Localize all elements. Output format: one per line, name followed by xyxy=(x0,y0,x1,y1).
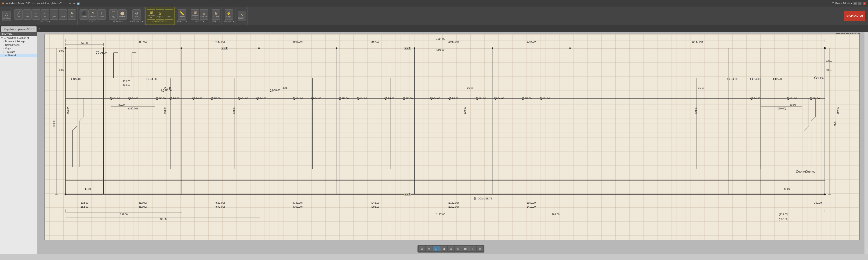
browser-label: BROWSER xyxy=(1,32,13,35)
axis-button[interactable]: | Axis xyxy=(165,9,173,20)
tree-sketches-label: Sketches xyxy=(6,51,15,53)
midplane-icon: ⊠ xyxy=(159,11,162,15)
tree-item-sketches[interactable]: ▼ Sketches xyxy=(0,50,37,54)
user-label[interactable]: Grace Admin ▾ xyxy=(835,2,852,5)
tree-item-sketch1[interactable]: ✏ Sketch1 xyxy=(0,54,37,57)
arc-label: Arc xyxy=(44,16,46,18)
insert-dxf-button[interactable]: ⊟ Insert DXF xyxy=(200,9,208,20)
point-label: Point xyxy=(61,16,65,18)
make-icon: 🖨 xyxy=(214,11,218,15)
offset-plane-button[interactable]: ⊟ Offset Plane xyxy=(147,9,155,20)
insert-buttons: ⊞ Insert SVG ⊟ Insert DXF xyxy=(191,9,208,20)
text-label: Text xyxy=(70,16,73,18)
line-icon: ╱ xyxy=(17,11,20,15)
make-label: 3D Print xyxy=(213,16,219,18)
tab-modified-indicator: * xyxy=(33,28,34,30)
undo-icon[interactable]: ↩ xyxy=(69,2,71,5)
toolbar-group-inspect: 📏 Measure INSPECT ▾ xyxy=(175,7,189,25)
chamfer-button[interactable]: ⬤ Chamfer xyxy=(118,9,127,20)
tab-close-button[interactable]: × xyxy=(30,28,32,30)
offset-plane-label: Offset Plane xyxy=(147,15,155,19)
toolbar-group-sketch: ╱ Line ▭ Rect ○ Circle ◜ Arc ~ Spline · … xyxy=(13,7,78,25)
tree-item-named-views[interactable]: ▷ Named Views xyxy=(0,43,37,47)
minimize-button[interactable]: ─ xyxy=(854,2,857,5)
zoom-in-button[interactable]: ⊕ xyxy=(448,246,454,251)
point-button[interactable]: · Point xyxy=(59,9,67,20)
toolbar-group-assemble: ⚙ Joint ASSEMBLE ▾ xyxy=(129,7,145,25)
text-icon: A xyxy=(71,11,73,15)
toolbar-group-create: ⬛ Extrude ↻ Revolve ⤴ Sweep CREATE ▾ xyxy=(78,7,107,25)
app-icon: A xyxy=(2,1,4,5)
canvas-area[interactable]: ⊕ 360 On-Pull 1776 xyxy=(37,32,864,254)
new-tab-button[interactable]: + xyxy=(37,26,42,31)
tree-expand-root: ▼ xyxy=(1,37,3,39)
offset-plane-icon: ⊟ xyxy=(150,10,153,14)
make-buttons: 🖨 3D Print xyxy=(212,9,220,20)
view-home-button[interactable]: ⌂ xyxy=(469,246,476,251)
tab-bar: Kapetink a...platek v3* × * + xyxy=(0,25,868,32)
inspect-group-label: INSPECT ▾ xyxy=(177,20,187,23)
select-label: SELECT ▾ xyxy=(238,17,246,19)
line-button[interactable]: ╱ Line xyxy=(14,9,23,20)
spline-label: Spline xyxy=(52,16,56,18)
model-dropdown-button[interactable]: ⬡ MODEL ▾ xyxy=(2,11,11,21)
active-tab[interactable]: Kapetink a...platek v3* × * xyxy=(1,26,37,32)
insert-svg-button[interactable]: ⊞ Insert SVG xyxy=(191,9,199,20)
stop-sketch-button[interactable]: STOP SKETCH xyxy=(844,11,865,21)
redo-icon[interactable]: ↪ xyxy=(73,2,75,5)
tree-sketch1-label: Sketch1 xyxy=(8,54,16,57)
toolbar-group-select: ↖ SELECT ▾ xyxy=(236,7,248,25)
right-panel xyxy=(864,32,868,254)
axis-icon: | xyxy=(168,11,169,15)
spline-button[interactable]: ~ Spline xyxy=(50,9,58,20)
help-icon[interactable]: ? xyxy=(832,2,834,5)
title-separator: — xyxy=(32,2,35,5)
toolbar-group-model: ⬡ MODEL ▾ xyxy=(1,7,12,25)
create-group-label: CREATE ▾ xyxy=(88,20,97,23)
text-button[interactable]: A Text xyxy=(68,9,76,20)
midplane-button[interactable]: ⊠ Midplane xyxy=(156,9,164,20)
circle-button[interactable]: ○ Circle xyxy=(32,9,40,20)
tree-item-doc-settings[interactable]: ▷ Document Settings xyxy=(0,40,37,43)
arc-button[interactable]: ◜ Arc xyxy=(41,9,49,20)
maximize-button[interactable]: □ xyxy=(858,2,862,5)
joint-button[interactable]: ⚙ Joint xyxy=(132,9,141,20)
spline-icon: ~ xyxy=(53,11,55,15)
main-area: BROWSER ⋯ ▼ ⬡ Kapetink a...platek v3 ▷ D… xyxy=(0,32,868,254)
insert-svg-label: Insert SVG xyxy=(191,15,199,19)
extrude-button[interactable]: ⬛ Extrude xyxy=(80,9,88,20)
zoom-out-button[interactable]: ⊖ xyxy=(455,246,462,251)
addins-group-label: ADD-INS ▾ xyxy=(224,20,234,23)
measure-icon: 📏 xyxy=(180,11,184,15)
pan-button[interactable]: ⊞ xyxy=(440,246,447,251)
fit-view-button[interactable]: ⊕ xyxy=(419,246,425,251)
title-bar-left: A Autodesk Fusion 360 — Kapetink a...pla… xyxy=(2,1,80,5)
panel-options-icon[interactable]: ⋯ xyxy=(33,32,36,35)
circle-icon: ○ xyxy=(35,11,37,15)
fillet-icon: ⌒ xyxy=(112,11,115,16)
display-button[interactable]: ▥ xyxy=(477,246,483,251)
fillet-button[interactable]: ⌒ Fillet xyxy=(109,9,118,20)
close-button[interactable]: × xyxy=(863,2,866,5)
revolve-button[interactable]: ↻ Revolve xyxy=(88,9,97,20)
tree-item-root[interactable]: ▼ ⬡ Kapetink a...platek v3 xyxy=(0,36,37,40)
circle-label: Circle xyxy=(34,16,38,18)
select-button[interactable]: ↖ SELECT ▾ xyxy=(238,11,246,21)
sweep-button[interactable]: ⤴ Sweep xyxy=(97,9,106,20)
scripts-button[interactable]: ⚡ Scripts xyxy=(225,9,233,20)
view-front-button[interactable]: ▦ xyxy=(462,246,469,251)
save-icon[interactable]: 💾 xyxy=(77,2,80,5)
measure-button[interactable]: 📏 Measure xyxy=(178,9,186,20)
tree-item-origin[interactable]: ▷ Origin xyxy=(0,47,37,50)
tab-title: Kapetink a...platek v3* xyxy=(4,28,29,31)
toolbar-group-insert: ⊞ Insert SVG ⊟ Insert DXF INSERT ▾ xyxy=(189,7,210,25)
select-buttons: ↖ SELECT ▾ xyxy=(238,11,246,21)
joint-label: Joint xyxy=(135,16,138,18)
rect-button[interactable]: ▭ Rect xyxy=(23,9,32,20)
menu-spacer: ↩ ↪ 💾 xyxy=(69,2,80,5)
make-button[interactable]: 🖨 3D Print xyxy=(212,9,220,20)
orbit-button[interactable]: ↺ xyxy=(426,246,432,251)
sketch-canvas[interactable]: 1514.00 57.00 (257.00) (457.00) (657.00) xyxy=(44,34,860,240)
chamfer-icon: ⬤ xyxy=(120,11,124,15)
zoom-button[interactable]: □ xyxy=(433,246,440,251)
